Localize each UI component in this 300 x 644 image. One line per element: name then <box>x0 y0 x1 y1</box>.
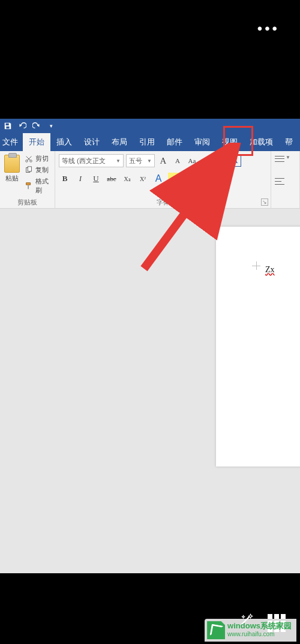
svg-rect-5 <box>28 166 31 171</box>
cut-label: 剪切 <box>35 154 49 163</box>
watermark-url: www.ruihaifu.com <box>227 630 292 639</box>
redo-icon[interactable] <box>32 122 41 130</box>
group-font-label: 字体 <box>59 197 267 207</box>
more-menu-icon[interactable]: ••• <box>257 20 280 37</box>
underline-button[interactable]: U <box>90 173 102 185</box>
document-page[interactable]: Zx <box>216 227 300 467</box>
bold-button[interactable]: B <box>59 173 71 185</box>
word-window: ▾ 文件 开始 插入 设计 布局 引用 邮件 审阅 视图 加载项 帮 粘贴 <box>0 119 300 573</box>
document-text[interactable]: Zx <box>265 265 275 275</box>
tab-insert[interactable]: 插入 <box>50 133 78 151</box>
qat-customize-icon[interactable]: ▾ <box>47 122 55 130</box>
svg-rect-1 <box>6 127 9 129</box>
strikethrough-button[interactable]: abc <box>106 173 118 185</box>
font-size-select[interactable]: 五号 ▼ <box>126 154 155 167</box>
ribbon: 粘贴 剪切 复制 <box>0 151 300 209</box>
tab-file[interactable]: 文件 <box>0 133 23 151</box>
paste-button[interactable]: 粘贴 <box>4 154 21 197</box>
group-font: 等线 (西文正文 ▼ 五号 ▼ A A Aa A wén A <box>55 151 271 208</box>
chevron-down-icon: ▼ <box>116 158 121 164</box>
watermark-title: windows系统家园 <box>227 622 292 630</box>
change-case-button[interactable]: Aa <box>186 155 198 167</box>
increase-font-button[interactable]: A <box>157 155 169 167</box>
format-painter-label: 格式刷 <box>35 177 50 195</box>
brush-icon <box>25 182 33 190</box>
font-name-value: 等线 (西文正文 <box>62 157 106 165</box>
phonetic-guide-button[interactable]: wén A <box>215 155 227 167</box>
font-dialog-launcher[interactable] <box>261 198 268 206</box>
clear-formatting-button[interactable]: A <box>200 155 212 167</box>
character-border-button[interactable]: A <box>229 155 241 167</box>
paste-icon <box>4 155 20 173</box>
format-painter-button[interactable]: 格式刷 <box>23 176 51 195</box>
align-icon[interactable] <box>275 177 284 186</box>
svg-rect-0 <box>6 124 9 126</box>
tab-design[interactable]: 设计 <box>78 133 106 151</box>
pinyin-bottom: A <box>223 158 228 163</box>
top-black-bar: ••• <box>0 0 300 119</box>
decrease-font-button[interactable]: A <box>172 155 184 167</box>
scissors-icon <box>25 155 33 163</box>
cut-button[interactable]: 剪切 <box>23 154 51 164</box>
ribbon-tabs: 文件 开始 插入 设计 布局 引用 邮件 审阅 视图 加载项 帮 <box>0 133 300 151</box>
group-paragraph-label <box>275 198 296 207</box>
group-clipboard-label: 剪贴板 <box>4 197 51 207</box>
subscript-button[interactable]: X₂ <box>121 173 133 185</box>
undo-icon[interactable] <box>18 122 26 130</box>
tab-mailings[interactable]: 邮件 <box>161 133 188 151</box>
chevron-down-icon: ▼ <box>147 158 152 164</box>
copy-label: 复制 <box>35 165 49 174</box>
tab-view[interactable]: 视图 <box>216 133 244 151</box>
copy-icon <box>25 166 33 174</box>
italic-button[interactable]: I <box>74 173 86 185</box>
enclose-characters-button[interactable]: A <box>200 173 211 184</box>
tab-extra[interactable]: 帮 <box>279 133 299 151</box>
svg-text:A: A <box>203 157 208 164</box>
superscript-button[interactable]: X² <box>137 173 149 185</box>
tab-layout[interactable]: 布局 <box>106 133 133 151</box>
font-name-select[interactable]: 等线 (西文正文 ▼ <box>59 154 124 167</box>
chevron-down-icon: ▼ <box>286 155 290 163</box>
highlight-button[interactable]: A <box>168 173 181 185</box>
group-clipboard: 粘贴 剪切 复制 <box>0 151 55 208</box>
group-paragraph: ▼ <box>271 151 300 208</box>
tab-addins[interactable]: 加载项 <box>244 133 279 151</box>
watermark-logo-icon <box>207 621 225 639</box>
paste-label: 粘贴 <box>5 174 19 183</box>
save-icon[interactable] <box>4 122 12 130</box>
quick-access-toolbar: ▾ <box>0 119 300 133</box>
tab-review[interactable]: 审阅 <box>188 133 216 151</box>
document-area[interactable]: Zx <box>0 209 300 573</box>
font-size-value: 五号 <box>129 157 142 165</box>
watermark: windows系统家园 www.ruihaifu.com <box>205 619 296 642</box>
font-color-button[interactable]: A <box>185 173 197 185</box>
text-effects-button[interactable]: A <box>152 173 164 185</box>
margin-indicator-icon <box>252 261 260 270</box>
copy-button[interactable]: 复制 <box>23 165 51 175</box>
bullets-icon[interactable] <box>275 155 284 163</box>
pinyin-top: wén <box>214 158 223 163</box>
tab-home[interactable]: 开始 <box>23 133 50 151</box>
tab-references[interactable]: 引用 <box>133 133 161 151</box>
